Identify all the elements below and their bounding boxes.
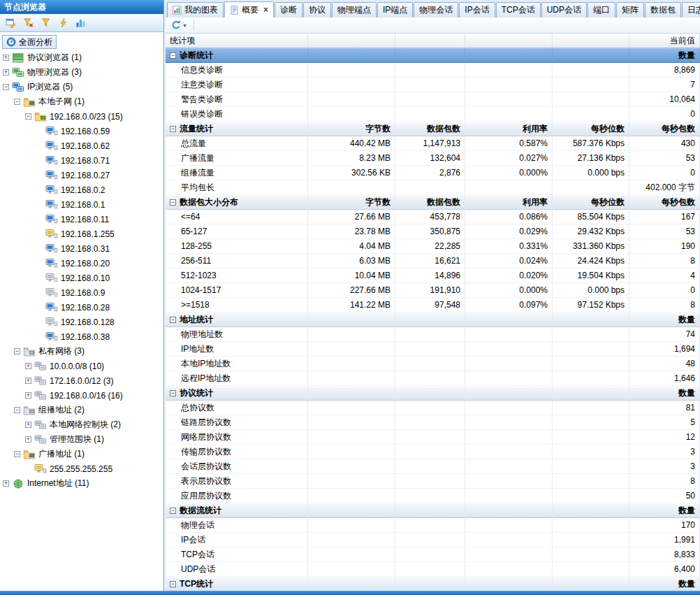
section-header-row[interactable]: −TCP统计数量 [166, 577, 700, 592]
tree-item[interactable]: 192.168.0.1 [0, 197, 163, 212]
tree-item[interactable]: 192.168.0.59 [0, 124, 163, 138]
stat-row[interactable]: 256-5116.03 MB16,6210.024%24.424 Kbps8 [166, 254, 700, 268]
stat-row[interactable]: IP会话1,991 [166, 533, 700, 547]
expand-icon[interactable]: + [25, 436, 31, 443]
tab-my-charts[interactable]: 我的图表 [167, 2, 224, 17]
stat-row[interactable]: 信息类诊断8,869 [166, 63, 700, 78]
tab-close-icon[interactable]: × [263, 6, 268, 14]
tab-physical-session[interactable]: 物理会话 [414, 2, 458, 17]
collapse-icon[interactable]: − [170, 390, 176, 396]
stat-row[interactable]: 远程IP地址数1,646 [166, 371, 700, 386]
tree-item[interactable]: +物理浏览器 (3) [0, 65, 163, 80]
filter-button[interactable] [39, 17, 52, 29]
expand-icon[interactable]: + [3, 55, 9, 61]
collapse-icon[interactable]: − [170, 52, 176, 59]
stat-row[interactable]: 警告类诊断10,064 [166, 92, 700, 107]
section-header-row[interactable]: −数据包大小分布字节数数据包数利用率每秒位数每秒包数 [166, 195, 700, 210]
stat-row[interactable]: 本地IP地址数48 [166, 357, 700, 371]
stat-row[interactable]: 错误类诊断0 [166, 107, 700, 122]
collapse-icon[interactable]: − [170, 317, 176, 323]
stat-row[interactable]: IP地址数1,694 [166, 342, 700, 357]
tree-item[interactable]: 192.168.0.128 [0, 315, 163, 329]
stat-row[interactable]: 平均包长402.000 字节 [166, 180, 700, 195]
tree-item[interactable]: −IP浏览器 (5) [0, 80, 163, 94]
section-header-row[interactable]: −地址统计数量 [166, 313, 700, 327]
tab-port[interactable]: 端口 [588, 2, 615, 17]
tab-protocol[interactable]: 协议 [303, 2, 331, 17]
tree-item[interactable]: 192.168.0.71 [0, 153, 163, 168]
stat-row[interactable]: TCP会话8,833 [166, 547, 700, 562]
stat-row[interactable]: 表示层协议数8 [166, 474, 700, 489]
collapse-icon[interactable]: − [14, 451, 20, 457]
collapse-icon[interactable]: − [14, 99, 20, 105]
tree-item[interactable]: −私有网络 (3) [0, 344, 163, 359]
tree-item[interactable]: −组播地址 (2) [0, 403, 163, 417]
stat-row[interactable]: 传输层协议数3 [166, 445, 700, 459]
stat-row[interactable]: >=1518141.22 MB97,5480.097%97.152 Kbps8 [166, 298, 700, 313]
tab-diagnosis[interactable]: 诊断 [275, 2, 302, 17]
tab-tcp-session[interactable]: TCP会话 [496, 2, 541, 17]
tab-matrix[interactable]: 矩阵 [616, 2, 644, 17]
stat-row[interactable]: 链路层协议数5 [166, 415, 700, 430]
tree-item[interactable]: +Internet地址 (11) [0, 476, 163, 491]
tree-item[interactable]: +172.16.0.0/12 (3) [0, 373, 163, 388]
tree-item[interactable]: 192.168.0.11 [0, 212, 163, 227]
stat-row[interactable]: <=6427.66 MB453,7780.086%85.504 Kbps167 [166, 210, 700, 224]
column-header-stat-item[interactable]: 统计项 [166, 34, 308, 48]
collapse-icon[interactable]: − [14, 348, 20, 354]
stat-row[interactable]: 512-102310.04 MB14,8960.020%19.504 Kbps4 [166, 268, 700, 283]
collapse-icon[interactable]: − [170, 126, 176, 132]
tree-item[interactable]: −本地子网 (1) [0, 94, 163, 109]
tree-item[interactable]: +192.168.0.0/16 (16) [0, 388, 163, 403]
collapse-icon[interactable]: − [170, 581, 176, 587]
expand-icon[interactable]: + [25, 422, 31, 428]
tab-packet[interactable]: 数据包 [645, 2, 681, 17]
tree-item[interactable]: 192.168.0.10 [0, 271, 163, 285]
tree-item[interactable]: +10.0.0.0/8 (10) [0, 359, 163, 373]
stat-row[interactable]: 注意类诊断7 [166, 78, 700, 92]
tree-item[interactable]: 192.168.0.31 [0, 241, 163, 256]
collapse-icon[interactable]: − [14, 407, 20, 413]
tree-item[interactable]: +管理范围块 (1) [0, 432, 163, 447]
section-header-row[interactable]: −数据流统计数量 [166, 503, 700, 518]
stat-row[interactable]: 总流量440.42 MB1,147,9130.587%587.376 Kbps4… [166, 136, 700, 151]
tree-item[interactable]: 192.168.0.62 [0, 138, 163, 153]
collapse-icon[interactable]: − [170, 508, 176, 514]
tab-udp-session[interactable]: UDP会话 [541, 2, 587, 17]
expand-icon[interactable]: + [3, 69, 9, 76]
tab-summary[interactable]: 概要× [224, 1, 274, 17]
tab-ip-endpoint[interactable]: IP端点 [377, 2, 413, 17]
stat-row[interactable]: 65-12723.78 MB350,8750.029%29.432 Kbps53 [166, 224, 700, 239]
tree-item[interactable]: 192.168.0.27 [0, 168, 163, 182]
remove-filter-button[interactable] [22, 17, 34, 29]
tab-physical-endpoint[interactable]: 物理端点 [332, 2, 377, 17]
tree-item[interactable]: 192.168.0.9 [0, 285, 163, 300]
tree-item[interactable]: 255.255.255.255 [0, 461, 163, 476]
section-header-row[interactable]: −协议统计数量 [166, 386, 700, 401]
stat-row[interactable]: 网络层协议数12 [166, 430, 700, 445]
refresh-button[interactable]: ▼ [169, 20, 189, 31]
tree-item[interactable]: −广播地址 (1) [0, 447, 163, 461]
tree-item[interactable]: 192.168.0.38 [0, 329, 163, 344]
tree-item[interactable]: 192.168.0.20 [0, 256, 163, 271]
stat-row[interactable]: 应用层协议数50 [166, 489, 700, 503]
stat-row[interactable]: 广播流量8.23 MB132,6040.027%27.136 Kbps53 [166, 151, 700, 166]
stat-row[interactable]: 总协议数81 [166, 401, 700, 415]
collapse-icon[interactable]: − [25, 113, 31, 120]
stat-row[interactable]: 128-2554.04 MB22,2850.331%331.360 Kbps19… [166, 239, 700, 254]
make-graph-button[interactable] [74, 17, 87, 29]
tree-item[interactable]: −192.168.0.0/23 (15) [0, 109, 163, 124]
collapse-icon[interactable]: − [3, 84, 9, 90]
tree-root-full-analysis[interactable]: 全面分析 [2, 35, 57, 49]
tab-ip-session[interactable]: IP会话 [459, 2, 495, 17]
tab-log[interactable]: 日志 [682, 2, 700, 17]
stat-row[interactable]: 组播流量302.56 KB2,8760.000%0.000 bps0 [166, 166, 700, 180]
tree-item[interactable]: 192.168.1.255 [0, 227, 163, 241]
expand-icon[interactable]: + [25, 392, 31, 399]
stat-row[interactable]: 物理会话170 [166, 518, 700, 533]
collapse-icon[interactable]: − [170, 199, 176, 206]
refresh-dropdown-arrow-icon[interactable]: ▼ [182, 23, 187, 28]
column-header-current-value[interactable]: 当前值 [629, 34, 700, 48]
tree-item[interactable]: +本地网络控制块 (2) [0, 417, 163, 432]
section-header-row[interactable]: −流量统计字节数数据包数利用率每秒位数每秒包数 [166, 122, 700, 136]
